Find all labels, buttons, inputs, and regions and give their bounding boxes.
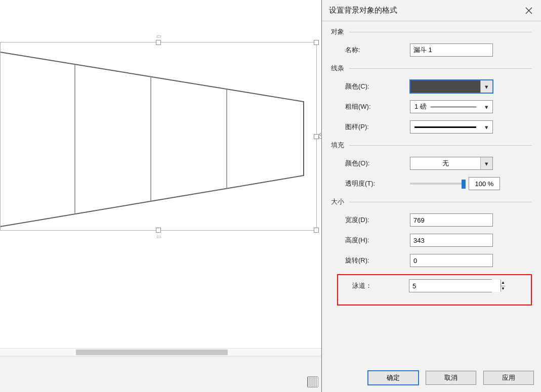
section-title-object: 对象 xyxy=(331,27,532,36)
lanes-label: 泳道： xyxy=(352,281,409,290)
line-pattern-label: 图样(P): xyxy=(345,122,410,132)
margin-tag-top: ▭ xyxy=(156,33,161,39)
cancel-button[interactable]: 取消 xyxy=(426,371,476,385)
properties-panel: 设置背景对象的格式 对象 名称: 线条 颜色(C): xyxy=(321,0,541,392)
section-title-line: 线条 xyxy=(331,64,532,73)
slider-knob[interactable] xyxy=(462,180,466,189)
opacity-value[interactable]: 100 % xyxy=(469,177,500,190)
lanes-spinner[interactable]: ▲ ▼ xyxy=(409,279,492,292)
opacity-slider[interactable] xyxy=(410,183,466,185)
panel-body: 对象 名称: 线条 颜色(C): ▾ xyxy=(322,21,541,367)
chevron-down-icon: ▾ xyxy=(480,121,492,133)
lanes-input[interactable] xyxy=(409,280,501,292)
margin-tag-bottom: ▭ xyxy=(156,234,161,239)
resize-handle-n[interactable] xyxy=(156,40,161,45)
spin-down[interactable]: ▼ xyxy=(501,286,505,292)
horizontal-scrollbar[interactable] xyxy=(0,348,321,356)
line-weight-value: 1 磅 xyxy=(414,102,427,111)
resize-handle-s[interactable] xyxy=(156,228,161,233)
selection-box[interactable]: ▭ ▭ xyxy=(0,42,317,231)
ok-button[interactable]: 确定 xyxy=(368,371,419,385)
spin-up[interactable]: ▲ xyxy=(501,280,505,286)
rotation-input[interactable] xyxy=(410,254,493,267)
line-color-label: 颜色(C): xyxy=(345,82,410,91)
section-size: 大小 宽度(D): 高度(H): 旋转(R): 泳道： xyxy=(331,197,532,306)
height-label: 高度(H): xyxy=(345,236,410,245)
line-color-picker[interactable]: ▾ xyxy=(410,80,493,93)
fill-color-label: 颜色(O): xyxy=(345,159,410,168)
fill-color-picker[interactable]: 无 ▾ xyxy=(410,157,493,170)
section-title-fill: 填充 xyxy=(331,141,532,150)
chevron-down-icon: ▾ xyxy=(480,157,492,169)
height-input[interactable] xyxy=(410,234,493,247)
panel-header: 设置背景对象的格式 xyxy=(322,0,541,21)
close-button[interactable] xyxy=(522,4,536,18)
lanes-highlight: 泳道： ▲ ▼ xyxy=(337,274,532,306)
close-icon xyxy=(525,7,532,14)
chevron-down-icon: ▾ xyxy=(480,101,492,113)
opacity-label: 透明度(T): xyxy=(345,179,410,188)
fill-color-value: 无 xyxy=(410,159,480,168)
scrollbar-thumb[interactable] xyxy=(76,350,228,355)
width-input[interactable] xyxy=(410,213,493,227)
canvas-footer xyxy=(0,357,321,392)
name-input[interactable] xyxy=(410,43,493,57)
line-pattern-preview xyxy=(414,126,476,128)
app-root: ▭ ▭ 设置背景对象的格式 对象 名称: xyxy=(0,0,541,392)
panel-title: 设置背景对象的格式 xyxy=(329,6,397,15)
panel-footer: 确定 取消 应用 xyxy=(322,367,541,392)
line-weight-preview xyxy=(431,107,476,107)
resize-handle-se[interactable] xyxy=(314,228,319,233)
section-fill: 填充 颜色(O): 无 ▾ 透明度(T): xyxy=(331,141,532,190)
name-label: 名称: xyxy=(345,46,410,55)
line-color-swatch xyxy=(410,80,480,93)
section-title-size: 大小 xyxy=(331,197,532,206)
line-weight-combo[interactable]: 1 磅 ▾ xyxy=(410,100,493,113)
rotation-label: 旋转(R): xyxy=(345,256,410,265)
chevron-down-icon: ▾ xyxy=(480,80,492,93)
ruler-icon[interactable] xyxy=(307,376,318,387)
section-line: 线条 颜色(C): ▾ 粗细(W): 1 磅 ▾ xyxy=(331,64,532,134)
canvas[interactable]: ▭ ▭ xyxy=(0,0,321,392)
resize-handle-ne[interactable] xyxy=(314,40,319,45)
line-pattern-combo[interactable]: ▾ xyxy=(410,120,493,134)
width-label: 宽度(D): xyxy=(345,215,410,225)
section-object: 对象 名称: xyxy=(331,27,532,57)
line-weight-label: 粗细(W): xyxy=(345,102,410,111)
apply-button[interactable]: 应用 xyxy=(483,371,534,385)
